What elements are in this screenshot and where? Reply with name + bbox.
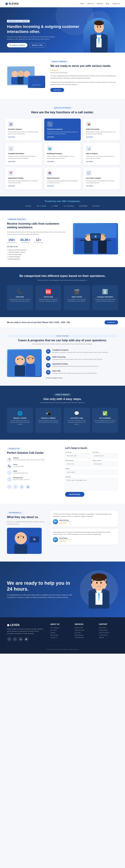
svg-rect-27 bbox=[105, 236, 106, 237]
about-learn-more-btn[interactable]: Learn More bbox=[50, 88, 64, 92]
phone-input[interactable] bbox=[92, 462, 118, 466]
facebook-icon[interactable]: f bbox=[7, 485, 12, 489]
author-stars-0: ★★★★★ bbox=[59, 522, 71, 524]
form-submit-btn[interactable]: Send Message bbox=[65, 492, 84, 497]
footer-link-0-4[interactable]: Contact Us bbox=[50, 637, 70, 638]
first-name-input[interactable] bbox=[65, 454, 91, 458]
receive-badge: INBOUND SERVICES bbox=[7, 218, 27, 221]
function-learn-1[interactable]: Learn More → bbox=[47, 136, 78, 138]
footer-link-2-2[interactable]: Terms of Service bbox=[99, 632, 118, 633]
function-title-5: Data & Analysis bbox=[86, 153, 117, 154]
function-text-0: Providing help and assistance to custome… bbox=[8, 131, 39, 135]
contact-info: CONTACT US Perfect Solution Call Center … bbox=[7, 446, 60, 497]
step-0: 🌐 Website / Content Visit our website an… bbox=[7, 408, 33, 433]
footer-link-2-0[interactable]: Help Center bbox=[99, 627, 118, 628]
about-text2: Customers are the most important part of… bbox=[50, 81, 118, 86]
nav-contact[interactable]: Contact Us bbox=[112, 3, 120, 4]
linkedin-icon[interactable]: in bbox=[19, 485, 24, 489]
footer-facebook-icon[interactable]: f bbox=[7, 637, 11, 642]
brand-3: ◄► duoPay bbox=[63, 205, 74, 207]
testimonials-person-image: 💬 bbox=[7, 528, 45, 555]
svg-rect-55 bbox=[106, 581, 107, 584]
nav-blog[interactable]: Blog bbox=[106, 3, 109, 4]
subject-input[interactable] bbox=[65, 470, 118, 474]
contact-hours: 🕐 Working Hours Mon-Fri: 8:00 AM - 8:00 … bbox=[7, 477, 60, 482]
function-learn-0[interactable]: Learn More → bbox=[8, 136, 39, 138]
footer-link-2-3[interactable]: Cookie Policy bbox=[99, 634, 118, 636]
svg-point-6 bbox=[100, 26, 101, 28]
footer-youtube-icon[interactable]: ▶ bbox=[24, 637, 29, 642]
email-input[interactable] bbox=[65, 462, 91, 466]
case-text-0: Complaints Programs We handle all custom… bbox=[52, 349, 108, 353]
footer-social: f t in ▶ bbox=[7, 637, 45, 642]
step-icon-3: ✅ bbox=[94, 411, 116, 416]
footer-link-0-1[interactable]: Our Team bbox=[50, 629, 70, 631]
nav-services[interactable]: Services bbox=[97, 3, 103, 4]
footer-twitter-icon[interactable]: t bbox=[13, 637, 17, 642]
footer-link-1-0[interactable]: Inbound Calls bbox=[75, 627, 94, 628]
footer-link-0-2[interactable]: Careers bbox=[50, 632, 70, 633]
step-title-1: Request a Callback bbox=[38, 417, 59, 419]
step-icon-0: 🌐 bbox=[9, 411, 31, 416]
step-title-2: Live Chat to Help bbox=[66, 417, 88, 419]
function-learn-5[interactable]: Learn More → bbox=[86, 161, 117, 162]
big-cta-person bbox=[80, 570, 118, 609]
testimonials-section: TESTIMONIALS What they say about us. Hea… bbox=[0, 504, 125, 562]
function-icon-4: 🌍 bbox=[47, 146, 53, 151]
phone-label: Phone Number bbox=[92, 460, 118, 461]
nav-logo: ◉ ELEVEN bbox=[5, 2, 18, 6]
hero-primary-btn[interactable]: 📞 Request a Callback bbox=[7, 43, 28, 48]
function-learn-4[interactable]: Learn More → bbox=[47, 161, 78, 162]
function-learn-8[interactable]: Learn More → bbox=[86, 185, 117, 187]
function-learn-2[interactable]: Learn More → bbox=[86, 136, 117, 138]
nav-home[interactable]: Home bbox=[80, 3, 84, 4]
hero-description: Create the most suitable solution for yo… bbox=[7, 36, 59, 40]
footer-link-2-1[interactable]: Privacy Policy bbox=[99, 629, 118, 631]
function-learn-6[interactable]: Learn More → bbox=[8, 185, 39, 187]
author-avatar-0: NB bbox=[53, 519, 58, 524]
case-number-2: 03 bbox=[46, 363, 50, 368]
footer-link-1-2[interactable]: Live Chat bbox=[75, 632, 94, 633]
cases-subtitle: Real examples of how our call center tea… bbox=[7, 343, 118, 345]
footer-link-0-3[interactable]: News & Blog bbox=[50, 634, 70, 636]
testimonials-left: TESTIMONIALS What they say about us. Hea… bbox=[7, 511, 45, 555]
case-title-1: Order Processing bbox=[52, 356, 102, 358]
social-icons: f t in ▶ bbox=[7, 485, 60, 489]
function-learn-3[interactable]: Learn More → bbox=[8, 161, 39, 162]
skills-list: Customer Service Excellence Technical Pr… bbox=[7, 249, 68, 260]
svg-text:💬: 💬 bbox=[33, 538, 36, 541]
message-textarea[interactable] bbox=[65, 478, 118, 490]
stat-number-0: 150+ bbox=[7, 238, 17, 242]
footer-link-1-4[interactable]: Technical Help bbox=[75, 637, 94, 638]
footer-link-1-1[interactable]: Outbound Calls bbox=[75, 629, 94, 631]
footer-link-2-4[interactable]: Sitemap bbox=[99, 637, 118, 638]
contact-email: ✉️ Email info@perfectsolution.com bbox=[7, 470, 60, 475]
category-title-3: Company Information bbox=[94, 296, 116, 298]
cta-bar-btn[interactable]: Contact Us bbox=[105, 320, 118, 324]
footer-link-1-3[interactable]: Email Support bbox=[75, 634, 94, 636]
svg-point-8 bbox=[12, 71, 18, 77]
form-title: Let's keep in touch. bbox=[65, 446, 118, 450]
email-icon: ✉️ bbox=[7, 470, 12, 475]
function-title-2: Order Processing bbox=[86, 128, 117, 130]
function-card-1: 🔧 Technical Assistance Resolving technic… bbox=[44, 119, 81, 141]
category-title-0: Call Center bbox=[9, 296, 31, 298]
last-name-input[interactable] bbox=[92, 454, 118, 458]
svg-point-52 bbox=[96, 582, 97, 584]
function-title-1: Technical Assistance bbox=[47, 128, 78, 130]
function-text-2: Taking customer orders, processing payme… bbox=[86, 131, 117, 135]
person-svg bbox=[87, 18, 111, 53]
about-small-image: 🎧 Support Team bbox=[28, 76, 45, 88]
contact-company-name: Perfect Solution Call Center bbox=[7, 451, 60, 455]
footer-bottom: © 2024 Perfect Solution Call Center. All… bbox=[7, 646, 118, 650]
function-learn-7[interactable]: Learn More → bbox=[47, 185, 78, 187]
twitter-icon[interactable]: t bbox=[13, 485, 18, 489]
svg-rect-36 bbox=[17, 359, 18, 360]
nav-about[interactable]: About Us bbox=[87, 3, 93, 4]
footer-link-0-0[interactable]: Our Company bbox=[50, 627, 70, 628]
footer-col-0: ABOUT US Our Company Our Team Careers Ne… bbox=[50, 623, 70, 641]
testimonial-text-0: The team at Perfect Solution Call Center… bbox=[53, 513, 116, 518]
hero-secondary-btn[interactable]: ▶ Watch a Video bbox=[29, 43, 46, 48]
footer-linkedin-icon[interactable]: in bbox=[18, 637, 23, 642]
youtube-icon[interactable]: ▶ bbox=[26, 485, 31, 489]
